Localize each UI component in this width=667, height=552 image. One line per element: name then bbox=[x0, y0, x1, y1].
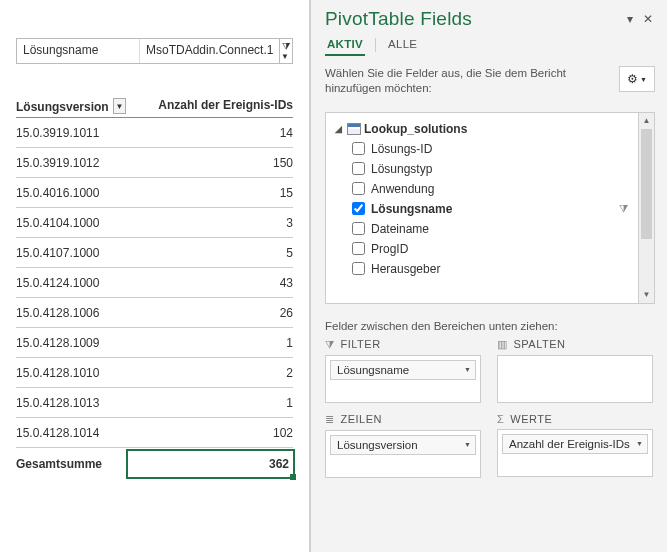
scroll-down-icon[interactable]: ▼ bbox=[639, 287, 654, 303]
pivot-total-label: Gesamtsumme bbox=[16, 457, 126, 471]
pivot-row[interactable]: 15.0.3919.101114 bbox=[16, 118, 293, 148]
table-icon bbox=[347, 123, 361, 135]
values-header: Anzahl der Ereignis-IDs bbox=[126, 98, 293, 114]
pivot-row-count: 15 bbox=[126, 186, 293, 200]
pivot-row-count: 2 bbox=[126, 366, 293, 380]
report-filter-label: Lösungsname bbox=[17, 39, 139, 63]
report-filter-value: MsoTDAddin.Connect.1 bbox=[139, 39, 279, 63]
area-filters: ⧩FILTER Lösungsname▼ bbox=[325, 338, 481, 403]
field-item-dateiname[interactable]: Dateiname bbox=[330, 219, 634, 239]
pivot-row-version: 15.0.4016.1000 bbox=[16, 186, 126, 200]
pivot-row-version: 15.0.4128.1009 bbox=[16, 336, 126, 350]
pivot-row[interactable]: 15.0.4128.10102 bbox=[16, 358, 293, 388]
pivot-row-count: 5 bbox=[126, 246, 293, 260]
table-node[interactable]: ◢ Lookup_solutions bbox=[330, 119, 634, 139]
field-checkbox[interactable] bbox=[352, 162, 365, 175]
report-filter-dropdown[interactable]: ⧩ ▼ bbox=[279, 39, 292, 63]
gear-icon: ⚙ bbox=[627, 72, 638, 86]
pivot-row[interactable]: 15.0.4124.100043 bbox=[16, 268, 293, 298]
pivot-row-count: 102 bbox=[126, 426, 293, 440]
pivot-row[interactable]: 15.0.4128.100626 bbox=[16, 298, 293, 328]
pivot-row[interactable]: 15.0.4104.10003 bbox=[16, 208, 293, 238]
field-item-progid[interactable]: ProgID bbox=[330, 239, 634, 259]
pivot-row-count: 1 bbox=[126, 396, 293, 410]
field-checkbox[interactable] bbox=[352, 202, 365, 215]
pivot-row-version: 15.0.4128.1013 bbox=[16, 396, 126, 410]
area-values-body[interactable]: Anzahl der Ereignis-IDs▼ bbox=[497, 429, 653, 477]
area-values: ΣWERTE Anzahl der Ereignis-IDs▼ bbox=[497, 413, 653, 478]
chevron-down-icon: ▼ bbox=[636, 440, 643, 447]
area-rows-body[interactable]: Lösungsversion▼ bbox=[325, 430, 481, 478]
pivot-row-version: 15.0.4104.1000 bbox=[16, 216, 126, 230]
chevron-down-icon: ▼ bbox=[464, 441, 471, 448]
dropdown-icon[interactable]: ▾ bbox=[621, 12, 639, 26]
tab-separator bbox=[375, 38, 376, 52]
field-item-losungsid[interactable]: Lösungs-ID bbox=[330, 139, 634, 159]
pivot-header-row: Lösungsversion ▼ Anzahl der Ereignis-IDs bbox=[16, 98, 293, 118]
area-item-rows[interactable]: Lösungsversion▼ bbox=[330, 435, 476, 455]
scroll-thumb[interactable] bbox=[641, 129, 652, 239]
pivot-fields-pane: PivotTable Fields ▾ ✕ AKTIV ALLE Wählen … bbox=[310, 0, 667, 552]
area-item-values[interactable]: Anzahl der Ereignis-IDs▼ bbox=[502, 434, 648, 454]
field-checkbox[interactable] bbox=[352, 182, 365, 195]
pivot-row[interactable]: 15.0.3919.1012150 bbox=[16, 148, 293, 178]
pivot-table: Lösungsversion ▼ Anzahl der Ereignis-IDs… bbox=[16, 98, 293, 480]
layout-options-button[interactable]: ⚙ ▼ bbox=[619, 66, 655, 92]
pivot-result-pane: Lösungsname MsoTDAddin.Connect.1 ⧩ ▼ Lös… bbox=[0, 0, 310, 552]
pivot-row[interactable]: 15.0.4128.10091 bbox=[16, 328, 293, 358]
close-icon[interactable]: ✕ bbox=[639, 12, 657, 26]
pivot-row-version: 15.0.4124.1000 bbox=[16, 276, 126, 290]
pivot-row-version: 15.0.3919.1011 bbox=[16, 126, 126, 140]
area-rows: ≣ZEILEN Lösungsversion▼ bbox=[325, 413, 481, 478]
field-item-losungstyp[interactable]: Lösungstyp bbox=[330, 159, 634, 179]
pane-title: PivotTable Fields bbox=[325, 8, 621, 30]
area-columns-body[interactable] bbox=[497, 355, 653, 403]
pivot-row[interactable]: 15.0.4128.10131 bbox=[16, 388, 293, 418]
pivot-row-count: 3 bbox=[126, 216, 293, 230]
pivot-row-count: 150 bbox=[126, 156, 293, 170]
drag-areas-label: Felder zwischen den Bereichen unten zieh… bbox=[311, 308, 667, 338]
pivot-row-version: 15.0.3919.1012 bbox=[16, 156, 126, 170]
row-label-header: Lösungsversion bbox=[16, 100, 109, 114]
tab-all[interactable]: ALLE bbox=[386, 34, 419, 56]
pivot-total-value: 362 bbox=[269, 457, 289, 471]
field-item-losungsname[interactable]: Lösungsname ⧩ bbox=[330, 199, 634, 219]
area-columns: ▥SPALTEN bbox=[497, 338, 653, 403]
field-list-scrollbar[interactable]: ▲ ▼ bbox=[639, 112, 655, 304]
pivot-row-count: 1 bbox=[126, 336, 293, 350]
sigma-icon: Σ bbox=[497, 413, 504, 425]
pivot-row[interactable]: 15.0.4128.1014102 bbox=[16, 418, 293, 448]
pivot-row-version: 15.0.4128.1010 bbox=[16, 366, 126, 380]
pivot-row[interactable]: 15.0.4016.100015 bbox=[16, 178, 293, 208]
field-item-anwendung[interactable]: Anwendung bbox=[330, 179, 634, 199]
pivot-row-version: 15.0.4128.1014 bbox=[16, 426, 126, 440]
field-list[interactable]: ◢ Lookup_solutions Lösungs-ID Lösungstyp… bbox=[325, 112, 639, 304]
row-label-dropdown[interactable]: ▼ bbox=[113, 98, 126, 114]
pivot-row-count: 14 bbox=[126, 126, 293, 140]
rows-icon: ≣ bbox=[325, 413, 335, 426]
chevron-down-icon: ▼ bbox=[464, 366, 471, 373]
pivot-row[interactable]: 15.0.4107.10005 bbox=[16, 238, 293, 268]
chevron-down-icon: ▼ bbox=[640, 76, 647, 83]
area-item-filter[interactable]: Lösungsname▼ bbox=[330, 360, 476, 380]
scroll-up-icon[interactable]: ▲ bbox=[639, 113, 654, 129]
field-checkbox[interactable] bbox=[352, 142, 365, 155]
pivot-total-row: Gesamtsumme 362 bbox=[16, 448, 293, 480]
pivot-row-count: 43 bbox=[126, 276, 293, 290]
field-checkbox[interactable] bbox=[352, 262, 365, 275]
selected-cell[interactable]: 362 bbox=[126, 449, 295, 479]
field-checkbox[interactable] bbox=[352, 242, 365, 255]
table-name: Lookup_solutions bbox=[364, 122, 467, 136]
scroll-track[interactable] bbox=[639, 129, 654, 287]
filter-icon[interactable]: ⧩ bbox=[619, 202, 634, 215]
area-filters-body[interactable]: Lösungsname▼ bbox=[325, 355, 481, 403]
field-item-herausgeber[interactable]: Herausgeber bbox=[330, 259, 634, 279]
pivot-row-count: 26 bbox=[126, 306, 293, 320]
filter-icon: ⧩ bbox=[325, 338, 335, 351]
report-filter-row: Lösungsname MsoTDAddin.Connect.1 ⧩ ▼ bbox=[16, 38, 293, 64]
field-checkbox[interactable] bbox=[352, 222, 365, 235]
caret-down-icon: ◢ bbox=[332, 124, 344, 134]
chevron-down-icon: ▼ bbox=[281, 52, 289, 61]
columns-icon: ▥ bbox=[497, 338, 508, 351]
tab-active[interactable]: AKTIV bbox=[325, 34, 365, 56]
